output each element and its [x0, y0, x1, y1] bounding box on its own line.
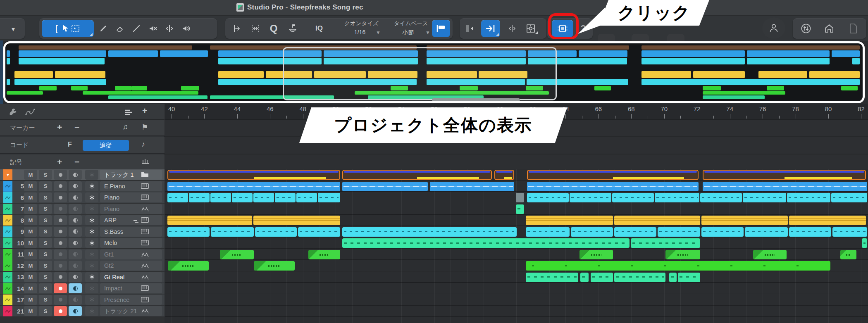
- freeze-button[interactable]: [85, 261, 98, 271]
- solo-button[interactable]: S: [39, 272, 52, 282]
- solo-button[interactable]: S: [39, 261, 52, 271]
- clip-green[interactable]: [840, 250, 856, 259]
- record-arm-button[interactable]: [54, 170, 67, 180]
- solo-button[interactable]: S: [39, 227, 52, 237]
- freeze-button[interactable]: [85, 192, 98, 202]
- clip-green[interactable]: [254, 261, 295, 271]
- clip-yellow[interactable]: [167, 216, 252, 225]
- monitor-button[interactable]: [69, 261, 82, 271]
- clip-blue[interactable]: [167, 182, 340, 191]
- clip-cyan[interactable]: [614, 227, 656, 237]
- mute-button[interactable]: M: [24, 192, 37, 202]
- solo-button[interactable]: S: [39, 215, 52, 225]
- clip-yellow[interactable]: [701, 216, 788, 225]
- monitor-button[interactable]: [69, 215, 82, 225]
- freeze-button[interactable]: [85, 272, 98, 282]
- clip-greenbar[interactable]: [526, 261, 830, 271]
- freeze-button[interactable]: [85, 204, 98, 214]
- track-color-tab[interactable]: [3, 249, 12, 260]
- track-color-tab[interactable]: [3, 294, 12, 305]
- add-track-button[interactable]: +: [142, 106, 147, 116]
- track-row-Piano[interactable]: 6 M S Piano: [0, 192, 165, 203]
- monitor-button[interactable]: [69, 283, 82, 293]
- monitor-button[interactable]: [69, 181, 82, 191]
- clip-teal[interactable]: [580, 273, 589, 282]
- clip-cyan[interactable]: [232, 193, 253, 202]
- track-row-ARP[interactable]: 8 M S ARP: [0, 215, 165, 226]
- record-arm-button[interactable]: [54, 283, 67, 293]
- clip-teal[interactable]: [516, 204, 524, 214]
- record-arm-button[interactable]: [54, 238, 67, 248]
- panel-toggle-icon[interactable]: [463, 22, 477, 35]
- mute-button[interactable]: M: [24, 283, 37, 293]
- clip-cyan[interactable]: [570, 193, 611, 202]
- freeze-button[interactable]: [85, 283, 98, 293]
- track-color-tab[interactable]: [3, 283, 12, 294]
- arrow-tool-button[interactable]: [: [42, 20, 94, 37]
- symbol-remove-button[interactable]: −: [74, 157, 79, 167]
- overview-scrollbar[interactable]: [432, 98, 520, 101]
- macro-controls-button[interactable]: [552, 20, 573, 37]
- mute-button[interactable]: M: [24, 227, 37, 237]
- track-name[interactable]: トラック 1: [100, 170, 162, 180]
- track-name[interactable]: E.Piano: [100, 181, 162, 191]
- record-arm-button[interactable]: [54, 192, 67, 202]
- clip-teal[interactable]: [862, 238, 867, 248]
- record-arm-button[interactable]: [54, 272, 67, 282]
- clip-folder[interactable]: [342, 170, 492, 180]
- marker-note-icon[interactable]: ♫: [122, 123, 128, 131]
- monitor-button[interactable]: [69, 306, 82, 316]
- clip-cyan[interactable]: [745, 227, 788, 237]
- track-color-tab[interactable]: [3, 306, 12, 316]
- clip-cyan[interactable]: [571, 227, 613, 237]
- mute-button[interactable]: M: [24, 249, 37, 259]
- marker-flag-icon[interactable]: ⚑: [141, 123, 148, 132]
- listen-tool-button[interactable]: [179, 22, 193, 35]
- clip-teal[interactable]: [678, 273, 700, 282]
- clip-teal[interactable]: [669, 273, 677, 282]
- track-row-Gt2[interactable]: 12 M S Gt2: [0, 260, 165, 271]
- record-arm-button[interactable]: [54, 295, 67, 305]
- q-quantize-button[interactable]: Q: [267, 21, 281, 36]
- split-tool-button[interactable]: [162, 22, 176, 35]
- chord-display-icon[interactable]: ♪: [141, 140, 145, 149]
- clip-cyan[interactable]: [275, 193, 296, 202]
- track-row-トラック 1[interactable]: ▾ M S トラック 1: [0, 169, 165, 180]
- clip-cyan[interactable]: [831, 193, 867, 202]
- solo-button[interactable]: S: [39, 295, 52, 305]
- clip-teal[interactable]: [342, 238, 630, 248]
- solo-button[interactable]: S: [39, 238, 52, 248]
- solo-button[interactable]: S: [39, 204, 52, 214]
- clip-green[interactable]: [220, 250, 254, 259]
- clip-yellow[interactable]: [789, 216, 866, 225]
- paint-tool-button[interactable]: [96, 22, 110, 35]
- record-arm-button[interactable]: [54, 215, 67, 225]
- page-icon[interactable]: [845, 21, 861, 36]
- sync-transfer-icon[interactable]: [798, 21, 814, 36]
- marker-add-button[interactable]: +: [57, 122, 62, 132]
- track-name[interactable]: Piano: [100, 192, 162, 202]
- track-color-tab[interactable]: [3, 238, 12, 248]
- clip-green[interactable]: [168, 261, 209, 271]
- mute-button[interactable]: M: [24, 261, 37, 271]
- record-arm-button[interactable]: [54, 306, 67, 316]
- clip-green[interactable]: [579, 250, 613, 259]
- solo-button[interactable]: S: [39, 170, 52, 180]
- marker-remove-button[interactable]: −: [74, 122, 79, 132]
- timebase-value[interactable]: 小節: [402, 29, 414, 36]
- track-name[interactable]: S.Bass: [100, 227, 162, 237]
- track-name[interactable]: Presence: [100, 295, 162, 305]
- user-account-button[interactable]: [762, 17, 785, 39]
- track-row-Gt1[interactable]: 11 M S Gt1: [0, 249, 165, 260]
- line-tool-button[interactable]: [129, 22, 143, 35]
- track-color-tab[interactable]: [3, 272, 12, 283]
- track-row-Melo[interactable]: 10 M S Melo: [0, 238, 165, 248]
- home-icon[interactable]: [821, 21, 837, 36]
- clip-teal[interactable]: [614, 273, 665, 282]
- clip-cyan[interactable]: [527, 193, 569, 202]
- track-color-tab[interactable]: [3, 260, 12, 271]
- chord-key-value[interactable]: F: [68, 141, 72, 148]
- symbol-add-button[interactable]: +: [57, 157, 62, 167]
- clip-cyan[interactable]: [743, 193, 786, 202]
- clip-cyan[interactable]: [655, 193, 699, 202]
